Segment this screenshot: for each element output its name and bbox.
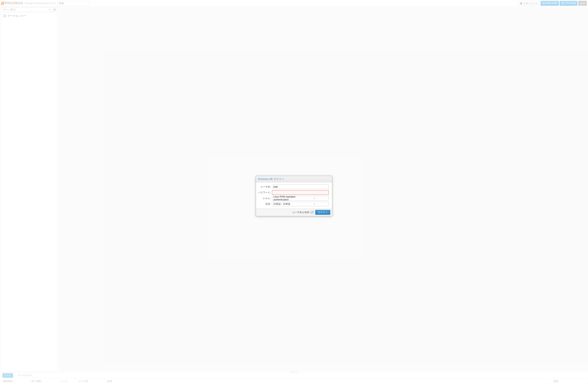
- username-label: ユーザ名:: [256, 185, 272, 189]
- save-username-checkbox[interactable]: ユーザ名を保存:: [292, 211, 314, 214]
- password-label: パスワード:: [256, 191, 272, 194]
- password-input[interactable]: [272, 190, 329, 195]
- login-dialog: Proxmox VE ログイン ユーザ名: パスワード: レルム: Linux …: [256, 176, 332, 216]
- login-button[interactable]: ログイン: [315, 210, 330, 215]
- realm-label: レルム:: [256, 196, 272, 200]
- language-label: 言語:: [256, 202, 272, 206]
- checkbox-icon: [311, 211, 314, 214]
- chevron-down-icon: ▾: [300, 203, 329, 205]
- language-select[interactable]: 日本語 - 日本語 ▾: [272, 202, 329, 206]
- login-form: ユーザ名: パスワード: レルム: Linux PAM standard aut…: [256, 182, 332, 209]
- save-username-label: ユーザ名を保存:: [292, 211, 310, 214]
- username-input[interactable]: [272, 184, 329, 189]
- realm-value: Linux PAM standard authentication: [272, 196, 300, 201]
- realm-select[interactable]: Linux PAM standard authentication ▾: [272, 196, 329, 200]
- login-button-label: ログイン: [318, 211, 328, 214]
- chevron-down-icon: ▾: [300, 197, 329, 200]
- login-dialog-title: Proxmox VE ログイン: [256, 176, 332, 182]
- language-value: 日本語 - 日本語: [272, 202, 300, 206]
- login-footer: ユーザ名を保存: ログイン: [256, 209, 332, 216]
